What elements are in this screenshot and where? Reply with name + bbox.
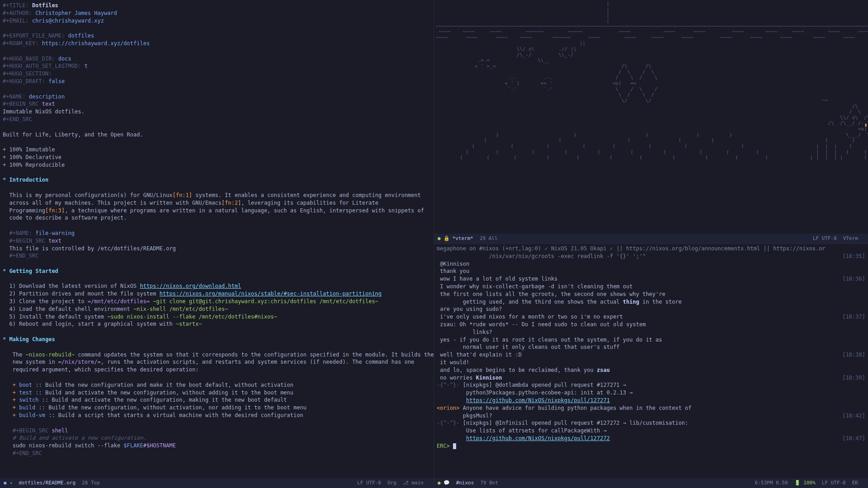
irc-message: are you using sudo?	[437, 306, 502, 312]
org-end-src: #+END_SRC	[3, 116, 32, 122]
org-keyword-name: #+NAME:	[9, 230, 32, 236]
modeline-encoding: LF UTF-8	[813, 235, 837, 242]
org-keyword-email: #+EMAIL:	[3, 18, 29, 24]
irc-topic: megaphone on #nixos (+nrt,lag:0) ✓ NixOS…	[437, 245, 865, 253]
org-begin-src: #+BEGIN_SRC	[3, 101, 38, 107]
chat-icon: 💬	[443, 479, 450, 486]
status-dot-icon: ●	[438, 479, 441, 486]
footnote-ref[interactable]: [fn:1]	[173, 192, 192, 198]
modeline-major-mode: Org	[387, 479, 396, 486]
feature-item: + 100% Immutable	[3, 146, 55, 153]
feature-item: + 100% Declarative	[3, 154, 61, 160]
timestamp: [18:39]	[842, 374, 865, 382]
org-end-src: #+END_SRC	[9, 253, 38, 259]
org-heading-bullet: *	[3, 177, 6, 183]
org-end-src: #+END_SRC	[13, 450, 42, 456]
org-begin-src: #+BEGIN_SRC	[13, 427, 48, 434]
modeline-encoding: LF UTF-8	[357, 479, 381, 486]
org-heading-introduction[interactable]: Introduction	[9, 177, 48, 183]
timestamp: [18:42]	[842, 412, 865, 420]
org-keyword-name: #+NAME:	[3, 94, 26, 100]
irc-message: the first one lists all the gcroots, the…	[437, 291, 665, 297]
manual-link[interactable]: https://nixos.org/manual/nixos/stable/#s…	[160, 291, 382, 297]
org-keyword-title: #+TITLE:	[3, 2, 29, 9]
irc-message: zsau: Oh *rude words* -- Do I need sudo …	[437, 321, 646, 328]
org-keyword: #+HUGO_DRAFT:	[3, 78, 45, 84]
irc-message: I wonder why nix-collect-garbage -d isn'…	[437, 283, 633, 290]
irc-message: well that'd explain it :D	[437, 352, 522, 358]
scroll-indicator-icon: ▮	[864, 122, 867, 128]
irc-message: yes - if you do it as root it cleans out…	[437, 337, 662, 343]
footnote-ref[interactable]: [fn:2]	[222, 200, 241, 206]
modeline-major-mode: VTerm	[843, 235, 858, 242]
org-document[interactable]: #+TITLE: Dotfiles #+AUTHOR: Christopher …	[3, 2, 431, 468]
timestamp: [18:36]	[842, 275, 865, 283]
irc-message: wow I have a lot of old system links	[437, 276, 557, 282]
org-author: Christopher James Hayward	[35, 10, 117, 16]
bot-prefix: -{^-^}-	[437, 420, 460, 426]
pull-request-link[interactable]: https://github.com/NixOS/nixpkgs/pull/12…	[466, 435, 610, 441]
modeline-left: ● ◂ dotfiles/README.org 28 Top LF UTF-8 …	[0, 478, 434, 488]
modeline-vterm: ● 🔒 *vterm* 29 All LF UTF-8 VTerm	[434, 234, 868, 244]
modeline-encoding: LF UTF-8	[822, 479, 846, 486]
irc-buffer[interactable]: megaphone on #nixos (+nrt,lag:0) ✓ NixOS…	[434, 244, 868, 461]
org-keyword: #+EXPORT_FILE_NAME:	[3, 33, 65, 39]
terminal-pane[interactable]: | | | | ~~~~~~~~~~~~~~~~~~~~~	[434, 0, 868, 244]
irc-message: thank you	[437, 268, 469, 274]
back-icon[interactable]: ◂	[9, 479, 13, 486]
footnote-ref[interactable]: [fn:3]	[45, 207, 65, 214]
org-heading-making-changes[interactable]: Making Changes	[9, 336, 55, 343]
erc-prompt: ERC>	[437, 443, 450, 449]
bot-prefix: -{^-^}-	[437, 382, 460, 388]
irc-nick: <orion>	[437, 405, 460, 411]
org-keyword: #+HUGO_SECTION:	[3, 70, 52, 77]
org-keyword-author: #+AUTHOR:	[3, 10, 32, 16]
modeline-position: 29 All	[480, 235, 498, 242]
modeline-buffer-name: *vterm*	[453, 235, 473, 242]
org-keyword: #+ROAM_KEY:	[3, 40, 38, 47]
modified-indicator-icon: ●	[4, 479, 7, 486]
lock-icon: 🔒	[443, 235, 450, 242]
modeline-clock: 6:53PM 0.50	[755, 479, 788, 486]
irc-message: normal user it only cleans out that user…	[437, 344, 620, 350]
timestamp: [18:35]	[842, 253, 865, 260]
modeline-position: 79 Bot	[480, 479, 498, 486]
pull-request-link[interactable]: https://github.com/NixOS/nixpkgs/pull/12…	[466, 397, 610, 404]
org-title: Dotfiles	[32, 2, 58, 9]
org-heading-bullet: *	[3, 268, 6, 274]
irc-pane[interactable]: megaphone on #nixos (+nrt,lag:0) ✓ NixOS…	[434, 244, 868, 488]
editor-pane-left[interactable]: #+TITLE: Dotfiles #+AUTHOR: Christopher …	[0, 0, 434, 488]
org-heading-bullet: *	[3, 336, 6, 343]
irc-message: links?	[437, 329, 492, 335]
battery-indicator: 🔋 100%	[794, 479, 816, 486]
modeline-irc: ● 💬 #nixos 79 Bot 6:53PM 0.50 🔋 100% LF …	[434, 478, 868, 488]
ascii-art-aquarium: | | | | ~~~~~~~~~~~~~~~~~~~~~	[434, 0, 868, 162]
org-heading-getting-started[interactable]: Getting Started	[9, 268, 58, 274]
vcs-branch: ⎇ main	[403, 479, 424, 486]
modeline-filename: dotfiles/README.org	[19, 479, 75, 486]
irc-message: no worries Kinnison	[437, 375, 502, 381]
download-link[interactable]: https://nixos.org/download.html	[140, 283, 241, 289]
irc-message: it would!	[437, 359, 469, 366]
feature-item: + 100% Reproducible	[3, 162, 65, 168]
timestamp: [18:47]	[842, 435, 865, 442]
org-keyword: #+HUGO_BASE_DIR:	[3, 56, 55, 62]
irc-message: and lo, space begins to be reclaimed, th…	[437, 367, 610, 373]
modeline-channel: #nixos	[456, 479, 474, 486]
irc-message: i've only used nixos for a month or two …	[437, 314, 623, 320]
irc-message: getting used, and the third one shows th…	[437, 299, 682, 305]
org-begin-src: #+BEGIN_SRC	[9, 238, 45, 244]
irc-message: @Kinnison	[437, 261, 469, 267]
org-email: chris@chrishayward.xyz	[32, 18, 104, 24]
org-keyword: #+HUGO_AUTO_SET_LASTMOD:	[3, 63, 81, 69]
shell-comment: # Build and activate a new configuration…	[13, 435, 146, 441]
text-cursor[interactable]	[453, 443, 456, 449]
src-block-body: Immutable NixOS dotfiles.	[3, 108, 85, 115]
modeline-position: 28 Top	[82, 479, 100, 486]
modeline-major-mode: ER	[852, 479, 858, 486]
timestamp: [18:37]	[842, 313, 865, 321]
timestamp: [18:38]	[842, 351, 865, 359]
tagline: Built for Life, Liberty, and the Open Ro…	[3, 131, 143, 138]
status-dot-icon: ●	[438, 235, 441, 242]
